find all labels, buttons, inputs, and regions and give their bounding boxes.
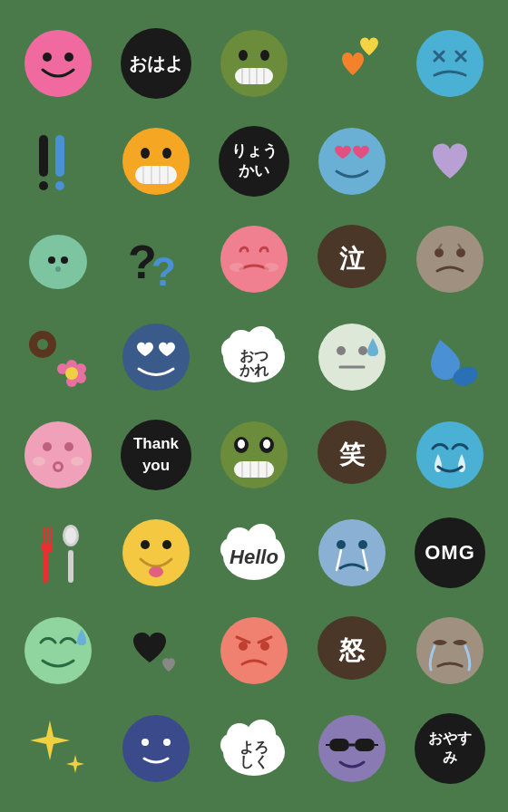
svg-point-107 <box>318 519 386 586</box>
sticker-r2c3[interactable]: りょうかい <box>209 116 299 207</box>
svg-point-19 <box>55 181 64 190</box>
svg-point-37 <box>264 263 278 272</box>
sticker-r4c1[interactable] <box>13 312 103 402</box>
svg-rect-89 <box>43 550 48 583</box>
svg-point-118 <box>239 642 248 651</box>
sticker-r4c3[interactable]: おつ かれ <box>209 312 299 402</box>
sticker-label: おはよ <box>129 53 183 74</box>
svg-point-35 <box>220 226 288 293</box>
svg-point-42 <box>435 248 444 257</box>
sticker-r2c2[interactable] <box>111 116 201 207</box>
svg-point-36 <box>230 263 244 272</box>
svg-point-124 <box>122 715 190 782</box>
svg-point-43 <box>456 248 465 257</box>
svg-point-99 <box>162 540 171 549</box>
sticker-r5c1[interactable] <box>13 410 103 500</box>
svg-point-65 <box>358 346 367 355</box>
svg-text:泣: 泣 <box>339 245 366 273</box>
sticker-r5c5[interactable] <box>405 410 495 500</box>
svg-point-109 <box>358 540 367 549</box>
sticker-r3c1[interactable] <box>13 214 103 304</box>
svg-point-78 <box>238 440 245 449</box>
svg-point-98 <box>141 540 150 549</box>
svg-point-30 <box>48 256 55 264</box>
svg-point-108 <box>337 540 346 549</box>
sticker-r4c4[interactable] <box>307 312 397 402</box>
svg-point-54 <box>65 367 78 380</box>
svg-point-11 <box>416 30 484 97</box>
svg-point-134 <box>318 715 386 782</box>
svg-point-114 <box>24 617 92 684</box>
svg-text:Hello: Hello <box>230 546 278 568</box>
sticker-r6c4[interactable] <box>307 508 397 598</box>
sticker-r6c5[interactable]: OMG <box>405 508 495 598</box>
svg-point-64 <box>337 346 346 355</box>
sticker-r3c4[interactable]: 泣 <box>307 214 397 304</box>
svg-point-69 <box>43 442 52 451</box>
svg-rect-80 <box>234 461 274 478</box>
svg-text:かれ: かれ <box>239 362 269 378</box>
sticker-r6c3[interactable]: Hello <box>209 508 299 598</box>
svg-rect-90 <box>43 527 44 545</box>
svg-point-100 <box>149 566 163 577</box>
sticker-r2c4[interactable] <box>307 116 397 207</box>
svg-point-55 <box>122 324 190 391</box>
svg-point-1 <box>43 53 52 62</box>
svg-point-123 <box>416 617 484 684</box>
svg-point-88 <box>416 421 484 488</box>
sticker-r1c1[interactable] <box>13 18 103 109</box>
svg-point-4 <box>239 50 248 61</box>
sticker-r5c4[interactable]: 笑 <box>307 410 397 500</box>
sticker-r6c2[interactable] <box>111 508 201 598</box>
sticker-r1c5[interactable] <box>405 18 495 109</box>
svg-point-63 <box>318 324 386 391</box>
svg-point-2 <box>64 53 73 62</box>
sticker-r7c4[interactable]: 怒 <box>307 605 397 696</box>
sticker-r6c1[interactable] <box>13 508 103 598</box>
svg-point-31 <box>61 256 68 264</box>
svg-rect-6 <box>235 68 273 84</box>
svg-text:?: ? <box>151 249 176 294</box>
sticker-r8c4[interactable] <box>307 703 397 794</box>
svg-point-17 <box>39 181 48 190</box>
sticker-r1c3[interactable] <box>209 18 299 109</box>
sticker-r5c2[interactable]: Thankyou <box>111 410 201 500</box>
svg-point-75 <box>220 421 288 488</box>
svg-rect-135 <box>329 739 349 751</box>
sticker-r7c2[interactable] <box>111 605 201 696</box>
sticker-r8c5[interactable]: おやすみ <box>405 703 495 794</box>
sticker-r4c5[interactable] <box>405 312 495 402</box>
sticker-r8c1[interactable] <box>13 703 103 794</box>
sticker-r7c3[interactable] <box>209 605 299 696</box>
svg-text:しく: しく <box>239 754 269 769</box>
svg-rect-136 <box>355 739 375 751</box>
sticker-r8c2[interactable] <box>111 703 201 794</box>
sticker-r2c5[interactable] <box>405 116 495 207</box>
sticker-grid: おはよ <box>0 4 508 808</box>
svg-point-47 <box>37 339 48 350</box>
svg-rect-23 <box>135 166 177 184</box>
sticker-r5c3[interactable] <box>209 410 299 500</box>
svg-rect-18 <box>55 135 64 177</box>
svg-text:おつ: おつ <box>239 348 269 363</box>
svg-text:よろ: よろ <box>239 740 269 755</box>
sticker-r7c1[interactable] <box>13 605 103 696</box>
svg-rect-94 <box>68 550 73 583</box>
sticker-r1c4[interactable] <box>307 18 397 109</box>
sticker-r8c3[interactable]: よろ しく <box>209 703 299 794</box>
svg-point-32 <box>55 266 61 272</box>
svg-point-21 <box>141 148 150 159</box>
sticker-r3c3[interactable] <box>209 214 299 304</box>
svg-point-29 <box>29 235 87 289</box>
sticker-r7c5[interactable] <box>405 605 495 696</box>
sticker-r1c2[interactable]: おはよ <box>111 18 201 109</box>
svg-point-28 <box>318 128 386 195</box>
sticker-r4c2[interactable] <box>111 312 201 402</box>
sticker-r3c2[interactable]: ? ? <box>111 214 201 304</box>
sticker-r2c1[interactable] <box>13 116 103 207</box>
svg-text:笑: 笑 <box>338 440 366 469</box>
svg-point-3 <box>220 30 288 97</box>
svg-point-126 <box>163 739 171 746</box>
svg-point-70 <box>64 442 73 451</box>
sticker-r3c5[interactable] <box>405 214 495 304</box>
